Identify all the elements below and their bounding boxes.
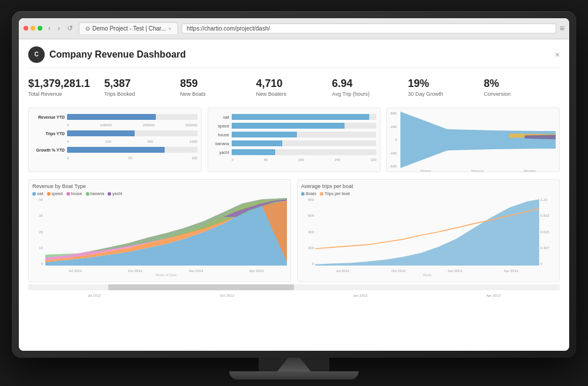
hbar-house-label: house xyxy=(212,133,229,137)
funnel-x-signups: Signups xyxy=(471,169,484,172)
legend-speed: speed xyxy=(47,192,63,196)
hbar-sail-track xyxy=(232,114,377,120)
ytd-growth-track xyxy=(67,147,198,153)
avg-trips-x-sublabel: Week xyxy=(315,273,539,277)
ytd-chart: Revenue YTD 0 xyxy=(28,108,202,172)
scroll-x-apr2013: Apr 2013 xyxy=(486,294,500,297)
charts-bottom-row: Revenue by Boat Type sail speed xyxy=(28,179,560,282)
avg-trips-title: Average trips per boat xyxy=(301,183,556,189)
legend-speed-dot xyxy=(47,192,51,196)
revenue-svg xyxy=(45,198,287,266)
browser-tab[interactable]: ⊙ Demo Project - Test | Char... × xyxy=(79,22,178,34)
dot-yellow[interactable] xyxy=(31,26,35,31)
screen-bezel: ‹ › ↺ ⊙ Demo Project - Test | Char... × … xyxy=(19,18,569,351)
revenue-x-apr2013: Apr 2013 xyxy=(249,269,263,273)
refresh-button[interactable]: ↺ xyxy=(65,23,75,33)
ytd-revenue-label: Revenue YTD xyxy=(32,115,65,119)
hbar-sail: sail xyxy=(212,114,377,120)
ytd-growth-fill xyxy=(67,147,165,153)
hbar-sail-label: sail xyxy=(212,115,229,119)
metric-trips-booked: 5,387 Trips Booked xyxy=(104,75,180,100)
metric-label-avg-trip: Avg Trip (hours) xyxy=(332,91,403,97)
legend-boats: Boats xyxy=(301,192,316,196)
metrics-row: $1,379,281.1 Total Revenue 5,387 Trips B… xyxy=(28,75,560,100)
legend-boats-dot xyxy=(301,192,305,196)
ytd-revenue-track xyxy=(67,114,198,120)
browser-content: C Company Revenue Dashboard × $1,379,281… xyxy=(19,39,569,351)
monitor-base xyxy=(12,372,576,380)
metric-value-30day-growth: 19% xyxy=(408,78,479,90)
metric-value-total-revenue: $1,379,281.1 xyxy=(28,78,99,90)
metric-value-trips-booked: 5,387 xyxy=(104,78,175,90)
svg-marker-3 xyxy=(524,135,556,139)
scrollbar-labels: Jul 2012 Oct 2012 Jan 2013 Apr 2013 xyxy=(28,294,560,297)
dot-green[interactable] xyxy=(38,26,42,31)
tab-close-icon[interactable]: × xyxy=(168,26,171,32)
avg-trips-chart: Average trips per boat Boats Trips per b… xyxy=(297,179,560,282)
scroll-x-oct2012: Oct 2012 xyxy=(220,294,234,297)
funnel-x-visitors: Vistors xyxy=(420,169,431,172)
metric-conversion: 8% Conversion xyxy=(484,75,560,100)
avg-trips-legend: Boats Trips per boat xyxy=(301,192,556,196)
avg-trips-x-oct2012: Oct 2012 xyxy=(392,269,406,273)
hbar-yacht-track xyxy=(232,149,377,155)
dot-red[interactable] xyxy=(24,26,28,31)
legend-trips-per-boat-dot xyxy=(320,192,323,196)
legend-speed-label: speed xyxy=(52,192,63,196)
metric-total-revenue: $1,379,281.1 Total Revenue xyxy=(28,75,104,100)
hamburger-icon[interactable]: ≡ xyxy=(560,24,564,33)
revenue-x-sublabel: Week of Date xyxy=(45,273,287,277)
monitor-body: ‹ › ↺ ⊙ Demo Project - Test | Char... × … xyxy=(12,11,576,358)
browser-toolbar: ‹ › ↺ ⊙ Demo Project - Test | Char... × … xyxy=(19,18,569,39)
ytd-revenue-bar-container xyxy=(67,114,198,120)
metric-label-30day-growth: 30 Day Growth xyxy=(408,91,479,97)
hbar-banana-track xyxy=(232,140,377,146)
forward-button[interactable]: › xyxy=(55,23,62,33)
monitor-wrapper: ‹ › ↺ ⊙ Demo Project - Test | Char... × … xyxy=(12,11,576,375)
hbar-banana: banana xyxy=(212,140,377,146)
page-title: Company Revenue Dashboard xyxy=(49,49,186,60)
svg-marker-1 xyxy=(400,140,556,168)
revenue-x-oct2012: Oct 2012 xyxy=(128,269,142,273)
close-button[interactable]: × xyxy=(555,50,560,59)
ytd-growth-label: Growth % YTD xyxy=(32,148,65,152)
funnel-x-rentals: Rentals xyxy=(524,169,536,172)
metric-label-new-boats: New Boats xyxy=(180,91,251,97)
legend-sail-dot xyxy=(32,192,36,196)
metric-label-new-boaters: New Boaters xyxy=(256,91,327,97)
legend-yacht-label: yacht xyxy=(112,192,122,196)
address-bar[interactable]: https://chartio.com/project/dash/ xyxy=(182,24,556,33)
metric-new-boaters: 4,710 New Boaters xyxy=(256,75,332,100)
hbar-yacht: yacht xyxy=(212,149,377,155)
ytd-revenue-row: Revenue YTD xyxy=(32,114,198,120)
revenue-by-boat-legend: sail speed house xyxy=(32,192,287,196)
tab-favicon: ⊙ xyxy=(85,25,90,32)
metric-value-avg-trip: 6.94 xyxy=(332,78,403,90)
hbar-yacht-fill xyxy=(232,149,275,155)
hbar-speed-fill xyxy=(232,123,345,129)
scrollbar-container[interactable]: Jul 2012 Oct 2012 Jan 2013 Apr 2013 xyxy=(28,284,560,290)
nav-buttons: ‹ › ↺ xyxy=(46,23,75,33)
funnel-y-label-40k-bot: 40K xyxy=(390,152,397,155)
legend-banana: banana xyxy=(86,192,104,196)
avg-trips-x-jan2013: Jan 2013 xyxy=(447,269,462,273)
avg-trips-x-jul2012: Jul 2012 xyxy=(336,269,350,273)
revenue-by-boat-chart: Revenue by Boat Type sail speed xyxy=(28,179,291,282)
scrollbar-thumb[interactable] xyxy=(108,284,294,290)
revenue-chart-area: 40 30 20 10 0 xyxy=(32,198,287,266)
revenue-x-jan2013: Jan 2013 xyxy=(189,269,203,273)
funnel-y-label-80k-top: 80K xyxy=(390,112,397,115)
logo-circle: C xyxy=(28,46,45,63)
legend-house-dot xyxy=(66,192,70,196)
metric-new-boats: 859 New Boats xyxy=(180,75,256,100)
dashboard-title-row: C Company Revenue Dashboard xyxy=(28,46,186,63)
ytd-trips-track xyxy=(67,130,198,136)
avg-trips-x-apr2013: Apr 2013 xyxy=(504,269,518,273)
back-button[interactable]: ‹ xyxy=(46,23,53,33)
metric-30day-growth: 19% 30 Day Growth xyxy=(408,75,484,100)
legend-boats-label: Boats xyxy=(306,192,316,196)
svg-marker-4 xyxy=(276,358,312,372)
hbar-banana-label: banana xyxy=(212,142,229,146)
ytd-growth-row: Growth % YTD xyxy=(32,147,198,153)
revenue-x-jul2012: Jul 2012 xyxy=(68,269,82,273)
